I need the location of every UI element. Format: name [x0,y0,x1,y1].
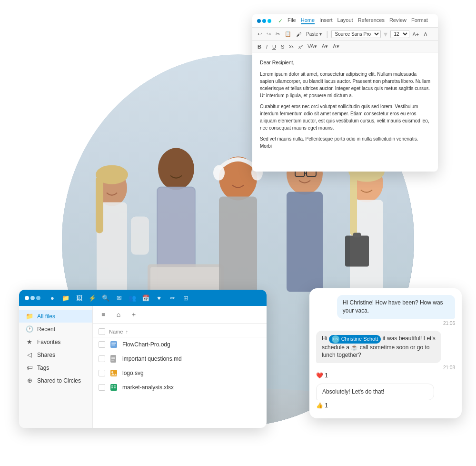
sidebar-item-favorites[interactable]: ★ Favorites [19,335,92,348]
document-editor: ✓ File Home Insert Layout References Rev… [252,14,438,172]
svg-rect-41 [111,387,113,388]
doc-para3: Sed vel mauris nulla. Pellentesque porta… [260,135,430,150]
save-indicator: ✓ [278,18,283,24]
file-row-2[interactable]: important questions.md [93,352,267,366]
fm-logo [25,296,40,300]
cut-button[interactable]: ✂ [274,30,281,38]
chat-prefix-2: Hi [322,335,329,342]
fm-logo-dot-2 [30,296,35,300]
nav-lightning-icon[interactable]: ⚡ [88,294,97,302]
fm-logo-dot-3 [36,296,40,300]
chat-time-2: 21:08 [316,365,455,370]
svg-rect-30 [111,343,116,344]
doc-titlebar: ✓ File Home Insert Layout References Rev… [252,14,438,28]
favorites-icon: ★ [26,338,33,345]
select-all-checkbox[interactable] [99,328,105,335]
paste-button[interactable]: Paste ▾ [305,31,323,37]
file-name-4: market-analysis.xlsx [122,384,261,391]
sidebar-item-tags[interactable]: 🏷 Tags [19,361,92,374]
sidebar-item-shares[interactable]: ◁ Shares [19,348,92,361]
font-family-select[interactable]: Source Sans Pro [331,30,381,38]
nav-people-icon[interactable]: 👥 [128,294,137,302]
menu-references[interactable]: References [358,17,385,24]
increase-font[interactable]: A+ [411,31,421,38]
file-name-2: important questions.md [122,355,261,362]
font-size-select[interactable]: 12 [390,30,409,38]
menu-file[interactable]: File [288,17,296,24]
menu-format[interactable]: Format [411,17,428,24]
fm-sidebar: 📁 All files 🕐 Recent ★ Favorites ◁ Share… [19,306,93,428]
doc-para1: Lorem ipsum dolor sit amet, consectetur … [260,71,430,99]
menu-home[interactable]: Home [301,17,315,24]
redo-button[interactable]: ↪ [265,30,272,38]
file-row-1[interactable]: FlowChart-Pro.odg [93,337,267,352]
undo-button[interactable]: ↩ [256,30,263,38]
nav-heart-icon[interactable]: ♥ [155,294,163,302]
sidebar-label-favorites: Favorites [37,339,60,345]
chat-message-3: Absolutely! Let's do that! 👍 1 [316,384,455,409]
subscript-button[interactable]: x₁ [288,43,295,50]
file-name-3: logo.svg [122,370,261,376]
nav-circle-icon[interactable]: ● [48,294,57,302]
chat-message-2: Hi CS Christine Schott it was beautiful!… [316,331,455,379]
nav-mail-icon[interactable]: ✉ [115,294,123,302]
format-painter[interactable]: 🖌 [295,31,303,38]
chat-message-1: Hi Christine! How have been? How was you… [316,295,455,326]
fm-logo-dot-1 [25,296,29,300]
file-checkbox-2[interactable] [99,355,105,362]
nav-calendar-icon[interactable]: 📅 [141,294,150,302]
highlight-button[interactable]: A▾ [320,43,329,50]
file-manager: ● 📁 🖼 ⚡ 🔍 ✉ 👥 📅 ♥ ✏ ⊞ 📁 All files 🕐 Rece… [19,290,267,428]
strikethrough-button[interactable]: S [279,43,286,50]
sidebar-item-recent[interactable]: 🕐 Recent [19,323,92,335]
svg-rect-38 [110,384,117,391]
sidebar-item-shared-circles[interactable]: ⊕ Shared to Circles [19,374,92,387]
font-color-button[interactable]: A▾ [331,43,340,50]
superscript-button[interactable]: x² [297,43,304,50]
decrease-font[interactable]: A- [422,31,430,38]
italic-button[interactable]: I [265,43,269,50]
doc-content: Dear Recipient, Lorem ipsum dolor sit am… [252,52,438,160]
all-files-icon: 📁 [26,313,33,320]
logo-dot-1 [257,19,261,23]
bold-button[interactable]: B [256,43,263,50]
list-view-button[interactable]: ≡ [98,309,109,320]
fm-file-header: Name ↑ [93,326,267,337]
mention-name: Christine Schott [341,335,378,343]
chat-text-1: Hi Christine! How have been? How was you… [343,299,443,314]
nav-search-icon[interactable]: 🔍 [101,294,110,302]
nav-grid-icon[interactable]: ⊞ [181,294,190,302]
fm-topbar: ● 📁 🖼 ⚡ 🔍 ✉ 👥 📅 ♥ ✏ ⊞ [19,290,267,306]
sidebar-label-shares: Shares [37,352,55,358]
menu-layout[interactable]: Layout [337,17,353,24]
clipboard-button[interactable]: 📋 [283,30,293,38]
nav-pencil-icon[interactable]: ✏ [168,294,177,302]
menu-review[interactable]: Review [389,17,407,24]
add-button[interactable]: + [128,309,139,320]
home-button[interactable]: ⌂ [113,309,124,320]
nav-folder-icon[interactable]: 📁 [61,294,70,302]
file-name-1: FlowChart-Pro.odg [122,341,261,348]
fm-main: ≡ ⌂ + Name ↑ FlowChar [93,306,267,428]
sidebar-label-all-files: All files [37,313,55,320]
file-checkbox-4[interactable] [99,384,105,391]
file-row-3[interactable]: logo.svg [93,366,267,380]
nextcloud-logo [257,19,271,23]
logo-dot-2 [262,19,266,23]
chat-reaction-3: 👍 1 [316,402,455,409]
character-style[interactable]: VA▾ [306,43,318,50]
underline-button[interactable]: U [271,43,278,50]
fm-file-toolbar: ≡ ⌂ + [93,306,267,324]
chat-bubble-sent-2: Hi CS Christine Schott it was beautiful!… [316,331,441,363]
doc-toolbar-2: B I U S x₁ x² VA▾ A▾ A▾ [252,41,438,52]
svg-rect-40 [114,385,116,386]
menu-insert[interactable]: Insert [319,17,333,24]
nav-image-icon[interactable]: 🖼 [75,294,83,302]
file-row-4[interactable]: market-analysis.xlsx [93,380,267,395]
sidebar-item-all-files[interactable]: 📁 All files [19,310,92,323]
file-checkbox-3[interactable] [99,370,105,376]
tags-icon: 🏷 [26,364,33,371]
doc-para2: Curabitur eget eros nec orci volutpat so… [260,103,430,132]
file-checkbox-1[interactable] [99,341,105,348]
mention-avatar: CS [332,335,339,343]
